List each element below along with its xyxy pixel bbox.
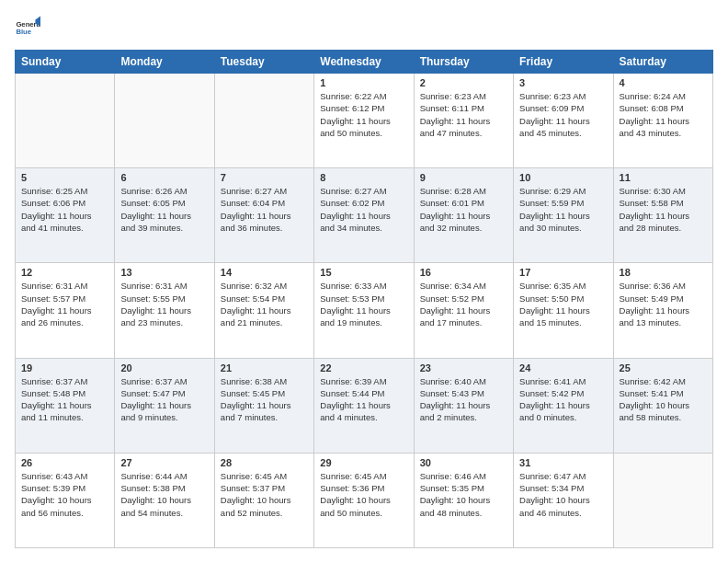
calendar-cell: 20Sunrise: 6:37 AM Sunset: 5:47 PM Dayli… (115, 358, 214, 453)
day-number: 26 (21, 457, 108, 468)
calendar-cell: 15Sunrise: 6:33 AM Sunset: 5:53 PM Dayli… (314, 263, 414, 358)
header: General Blue (15, 15, 713, 40)
day-number: 10 (519, 172, 607, 183)
calendar-cell (214, 74, 313, 168)
calendar-cell: 18Sunrise: 6:36 AM Sunset: 5:49 PM Dayli… (613, 263, 712, 358)
day-info: Sunrise: 6:22 AM Sunset: 6:12 PM Dayligh… (320, 90, 407, 139)
weekday-header-monday: Monday (115, 51, 214, 74)
day-info: Sunrise: 6:30 AM Sunset: 5:58 PM Dayligh… (620, 185, 707, 234)
calendar-table: SundayMondayTuesdayWednesdayThursdayFrid… (15, 50, 713, 548)
day-number: 12 (21, 267, 108, 278)
weekday-header-sunday: Sunday (16, 51, 115, 74)
calendar-cell (16, 74, 115, 168)
calendar-cell: 14Sunrise: 6:32 AM Sunset: 5:54 PM Dayli… (214, 263, 313, 358)
day-info: Sunrise: 6:45 AM Sunset: 5:36 PM Dayligh… (320, 470, 407, 519)
calendar-cell: 27Sunrise: 6:44 AM Sunset: 5:38 PM Dayli… (115, 453, 214, 547)
day-number: 11 (620, 172, 707, 183)
day-number: 22 (320, 362, 407, 373)
day-info: Sunrise: 6:23 AM Sunset: 6:11 PM Dayligh… (420, 90, 507, 139)
day-info: Sunrise: 6:41 AM Sunset: 5:42 PM Dayligh… (519, 375, 607, 424)
page: General Blue SundayMondayTuesdayWednesda… (0, 0, 728, 563)
day-number: 8 (320, 172, 407, 183)
day-info: Sunrise: 6:31 AM Sunset: 5:55 PM Dayligh… (120, 280, 208, 328)
weekday-header-thursday: Thursday (414, 51, 513, 74)
day-info: Sunrise: 6:27 AM Sunset: 6:04 PM Dayligh… (221, 185, 308, 234)
day-number: 15 (320, 267, 407, 278)
calendar-cell: 5Sunrise: 6:25 AM Sunset: 6:06 PM Daylig… (16, 168, 115, 263)
calendar-cell: 4Sunrise: 6:24 AM Sunset: 6:08 PM Daylig… (613, 74, 712, 168)
day-info: Sunrise: 6:38 AM Sunset: 5:45 PM Dayligh… (221, 375, 308, 424)
day-number: 1 (320, 77, 407, 88)
day-info: Sunrise: 6:32 AM Sunset: 5:54 PM Dayligh… (221, 280, 308, 328)
calendar-cell: 10Sunrise: 6:29 AM Sunset: 5:59 PM Dayli… (514, 168, 613, 263)
day-number: 29 (320, 457, 407, 468)
day-info: Sunrise: 6:40 AM Sunset: 5:43 PM Dayligh… (420, 375, 507, 424)
calendar-cell: 29Sunrise: 6:45 AM Sunset: 5:36 PM Dayli… (314, 453, 414, 547)
calendar-cell: 16Sunrise: 6:34 AM Sunset: 5:52 PM Dayli… (414, 263, 513, 358)
day-number: 3 (519, 77, 607, 88)
day-number: 17 (519, 267, 607, 278)
calendar-cell: 9Sunrise: 6:28 AM Sunset: 6:01 PM Daylig… (414, 168, 513, 263)
calendar-cell: 1Sunrise: 6:22 AM Sunset: 6:12 PM Daylig… (314, 74, 414, 168)
calendar-cell: 19Sunrise: 6:37 AM Sunset: 5:48 PM Dayli… (16, 358, 115, 453)
day-number: 19 (21, 362, 108, 373)
calendar-cell: 12Sunrise: 6:31 AM Sunset: 5:57 PM Dayli… (16, 263, 115, 358)
calendar-cell: 7Sunrise: 6:27 AM Sunset: 6:04 PM Daylig… (214, 168, 313, 263)
day-number: 30 (420, 457, 507, 468)
day-number: 16 (420, 267, 507, 278)
day-number: 18 (620, 267, 707, 278)
day-number: 6 (120, 172, 208, 183)
weekday-header-friday: Friday (514, 51, 613, 74)
calendar-cell (115, 74, 214, 168)
calendar-cell: 26Sunrise: 6:43 AM Sunset: 5:39 PM Dayli… (16, 453, 115, 547)
day-number: 21 (221, 362, 308, 373)
day-number: 13 (120, 267, 208, 278)
day-info: Sunrise: 6:47 AM Sunset: 5:34 PM Dayligh… (519, 470, 607, 519)
day-number: 31 (519, 457, 607, 468)
calendar-cell: 31Sunrise: 6:47 AM Sunset: 5:34 PM Dayli… (514, 453, 613, 547)
day-number: 5 (21, 172, 108, 183)
day-info: Sunrise: 6:35 AM Sunset: 5:50 PM Dayligh… (519, 280, 607, 328)
calendar-cell: 6Sunrise: 6:26 AM Sunset: 6:05 PM Daylig… (115, 168, 214, 263)
calendar-cell: 23Sunrise: 6:40 AM Sunset: 5:43 PM Dayli… (414, 358, 513, 453)
day-info: Sunrise: 6:33 AM Sunset: 5:53 PM Dayligh… (320, 280, 407, 328)
day-number: 7 (221, 172, 308, 183)
day-info: Sunrise: 6:29 AM Sunset: 5:59 PM Dayligh… (519, 185, 607, 234)
day-number: 27 (120, 457, 208, 468)
day-info: Sunrise: 6:25 AM Sunset: 6:06 PM Dayligh… (21, 185, 108, 234)
day-info: Sunrise: 6:31 AM Sunset: 5:57 PM Dayligh… (21, 280, 108, 328)
logo-icon: General Blue (15, 15, 40, 40)
day-number: 28 (221, 457, 308, 468)
day-number: 2 (420, 77, 507, 88)
day-info: Sunrise: 6:23 AM Sunset: 6:09 PM Dayligh… (519, 90, 607, 139)
day-number: 9 (420, 172, 507, 183)
day-info: Sunrise: 6:37 AM Sunset: 5:47 PM Dayligh… (120, 375, 208, 424)
calendar-cell: 13Sunrise: 6:31 AM Sunset: 5:55 PM Dayli… (115, 263, 214, 358)
calendar-cell: 24Sunrise: 6:41 AM Sunset: 5:42 PM Dayli… (514, 358, 613, 453)
weekday-header-tuesday: Tuesday (214, 51, 313, 74)
day-number: 4 (620, 77, 707, 88)
day-number: 25 (620, 362, 707, 373)
weekday-header-saturday: Saturday (613, 51, 712, 74)
day-info: Sunrise: 6:43 AM Sunset: 5:39 PM Dayligh… (21, 470, 108, 519)
calendar-cell: 28Sunrise: 6:45 AM Sunset: 5:37 PM Dayli… (214, 453, 313, 547)
calendar-cell: 3Sunrise: 6:23 AM Sunset: 6:09 PM Daylig… (514, 74, 613, 168)
day-info: Sunrise: 6:26 AM Sunset: 6:05 PM Dayligh… (120, 185, 208, 234)
calendar-cell: 21Sunrise: 6:38 AM Sunset: 5:45 PM Dayli… (214, 358, 313, 453)
day-number: 20 (120, 362, 208, 373)
calendar-cell: 22Sunrise: 6:39 AM Sunset: 5:44 PM Dayli… (314, 358, 414, 453)
day-info: Sunrise: 6:34 AM Sunset: 5:52 PM Dayligh… (420, 280, 507, 328)
day-info: Sunrise: 6:24 AM Sunset: 6:08 PM Dayligh… (620, 90, 707, 139)
svg-text:Blue: Blue (16, 28, 31, 36)
calendar-cell: 30Sunrise: 6:46 AM Sunset: 5:35 PM Dayli… (414, 453, 513, 547)
day-info: Sunrise: 6:27 AM Sunset: 6:02 PM Dayligh… (320, 185, 407, 234)
day-info: Sunrise: 6:45 AM Sunset: 5:37 PM Dayligh… (221, 470, 308, 519)
calendar-cell: 17Sunrise: 6:35 AM Sunset: 5:50 PM Dayli… (514, 263, 613, 358)
day-info: Sunrise: 6:37 AM Sunset: 5:48 PM Dayligh… (21, 375, 108, 424)
day-info: Sunrise: 6:28 AM Sunset: 6:01 PM Dayligh… (420, 185, 507, 234)
day-info: Sunrise: 6:42 AM Sunset: 5:41 PM Dayligh… (620, 375, 707, 424)
day-number: 23 (420, 362, 507, 373)
day-info: Sunrise: 6:36 AM Sunset: 5:49 PM Dayligh… (620, 280, 707, 328)
calendar-cell: 2Sunrise: 6:23 AM Sunset: 6:11 PM Daylig… (414, 74, 513, 168)
calendar-cell: 11Sunrise: 6:30 AM Sunset: 5:58 PM Dayli… (613, 168, 712, 263)
